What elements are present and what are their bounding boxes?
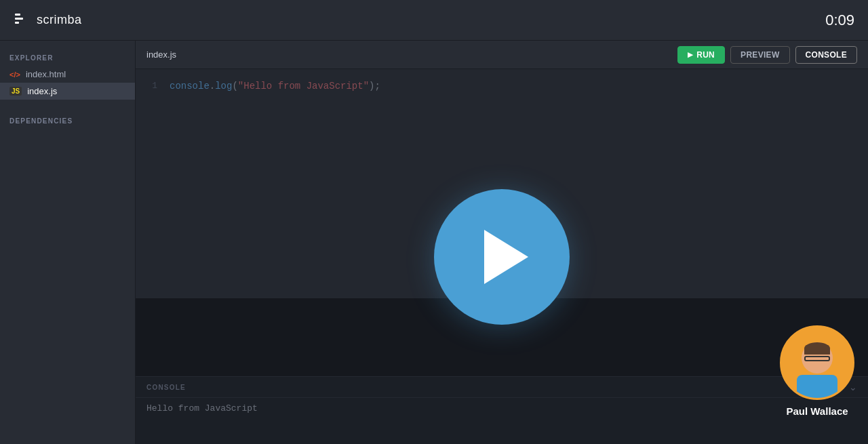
avatar-body — [797, 375, 837, 398]
explorer-label: EXPLORER — [0, 50, 135, 66]
editor-area: index.js ▶ RUN PREVIEW CONSOLE 1 — [136, 41, 868, 444]
avatar-hair — [804, 342, 830, 355]
avatar-glasses — [804, 356, 830, 361]
dependencies-label: DEPENDENCIES — [0, 113, 135, 129]
instructor-card: Paul Wallace — [780, 325, 854, 417]
topbar-logo: scrimba — [14, 10, 82, 31]
play-triangle-icon — [484, 230, 528, 284]
run-button[interactable]: ▶ RUN — [677, 46, 725, 64]
logo-icon — [14, 10, 30, 31]
instructor-avatar — [780, 325, 854, 400]
logo-text: scrimba — [37, 13, 82, 27]
sidebar-item-index-js[interactable]: JS index.js — [0, 83, 135, 100]
main-layout: EXPLORER </> index.html JS index.js DEPE… — [0, 41, 868, 444]
run-label: RUN — [696, 50, 715, 60]
avatar-head — [802, 342, 833, 374]
play-overlay — [136, 69, 868, 444]
console-button[interactable]: CONSOLE — [795, 46, 857, 64]
svg-rect-1 — [15, 18, 23, 20]
timer-display: 0:09 — [825, 12, 854, 29]
console-button-label: CONSOLE — [806, 50, 847, 60]
preview-button[interactable]: PREVIEW — [730, 46, 789, 64]
sidebar-item-index-html[interactable]: </> index.html — [0, 66, 135, 83]
instructor-name: Paul Wallace — [786, 405, 848, 417]
html-filename: index.html — [26, 69, 66, 79]
run-icon: ▶ — [688, 51, 693, 58]
play-button[interactable] — [434, 189, 570, 325]
avatar-figure — [790, 337, 844, 398]
svg-rect-2 — [15, 22, 19, 24]
js-file-icon: JS — [9, 87, 22, 96]
html-file-icon: </> — [9, 70, 20, 79]
js-filename: index.js — [27, 86, 57, 96]
sidebar: EXPLORER </> index.html JS index.js DEPE… — [0, 41, 136, 444]
preview-label: PREVIEW — [741, 50, 779, 60]
code-area: 1 console.log("Hello from JavaScript"); … — [136, 69, 868, 444]
topbar: scrimba 0:09 — [0, 0, 868, 41]
editor-actions: ▶ RUN PREVIEW CONSOLE — [677, 46, 857, 64]
svg-rect-0 — [15, 14, 20, 16]
editor-filename: index.js — [146, 49, 176, 60]
editor-topbar: index.js ▶ RUN PREVIEW CONSOLE — [136, 41, 868, 69]
